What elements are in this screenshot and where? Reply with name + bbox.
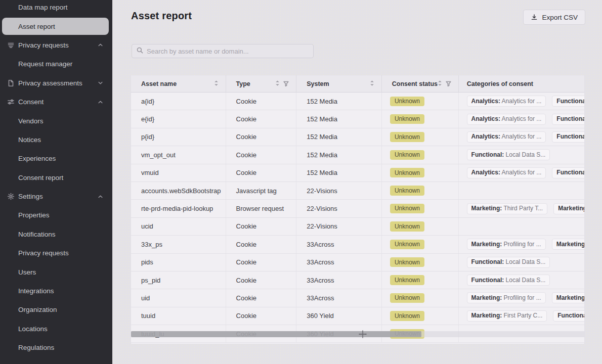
filter-icon[interactable] — [446, 79, 451, 88]
column-header-consent-status[interactable]: Consent status — [382, 75, 459, 92]
consent-category-chip: Functional: Local Data S... — [467, 149, 550, 160]
sidebar-item-properties[interactable]: Properties — [0, 206, 112, 224]
sidebar-item-regulations[interactable]: Regulations — [0, 338, 112, 357]
search-input[interactable] — [147, 48, 309, 55]
sidebar-item-asset-report[interactable]: Asset report — [0, 17, 112, 35]
consent-status-badge: Unknown — [390, 204, 424, 213]
sidebar-item-privacy-requests[interactable]: Privacy requests — [0, 36, 112, 55]
sort-icon[interactable] — [438, 79, 442, 88]
cell-categories-of-consent — [459, 218, 584, 235]
sidebar-item-privacy-assessments[interactable]: Privacy assessments — [0, 74, 112, 93]
sidebar-item-privacy-requests[interactable]: Privacy requests — [0, 244, 112, 262]
sidebar-item-experiences[interactable]: Experiences — [0, 149, 112, 168]
sidebar-item-notices[interactable]: Notices — [0, 130, 112, 149]
sidebar-item-integrations[interactable]: Integrations — [0, 282, 112, 300]
consent-status-badge: Unknown — [390, 186, 424, 195]
sort-icon[interactable] — [370, 79, 374, 88]
export-csv-label: Export CSV — [542, 14, 578, 21]
table-row[interactable]: vm_opt_outCookie152 MediaUnknownFunction… — [131, 146, 584, 164]
sidebar-item-label: Locations — [0, 325, 48, 333]
sidebar-item-label: Vendors — [0, 117, 44, 125]
cell-categories-of-consent: Marketing: Profiling for ...Marketing: L — [459, 236, 584, 253]
table-row[interactable]: ps_pidCookie33AcrossUnknownFunctional: L… — [131, 271, 584, 289]
table-row[interactable]: a{id}Cookie152 MediaUnknownAnalytics: An… — [131, 93, 584, 110]
cell-asset-name: pids — [131, 254, 226, 271]
consent-category-chip: Marketing: First Party C... — [467, 310, 547, 322]
main-content: Asset report Export CSV Asset nameTypeSy… — [112, 0, 602, 364]
sidebar-item-vendors[interactable]: Vendors — [0, 111, 112, 130]
column-header-icons — [370, 79, 374, 88]
sidebar-item-organization[interactable]: Organization — [0, 300, 112, 319]
cell-consent-status: Unknown — [382, 146, 459, 163]
cell-system: 152 Media — [296, 93, 382, 110]
cell-consent-status: Unknown — [382, 307, 459, 325]
chevron-up-icon[interactable] — [98, 99, 103, 105]
column-header-type[interactable]: Type — [226, 75, 297, 92]
chevron-down-icon[interactable] — [98, 80, 103, 86]
sidebar-item-label: Notices — [0, 136, 41, 144]
cell-asset-name: p{id} — [131, 128, 226, 146]
cell-asset-name: e{id} — [131, 110, 226, 127]
consent-status-badge: Unknown — [390, 132, 424, 142]
sidebar-item-notifications[interactable]: Notifications — [0, 225, 112, 244]
column-header-system[interactable]: System — [296, 75, 382, 92]
cell-system: 152 Media — [296, 110, 382, 127]
table-row[interactable]: ucidCookie22-VisionsUnknown — [131, 218, 584, 236]
consent-category-chip: Functional: L — [553, 310, 584, 322]
table-row[interactable]: p{id}Cookie152 MediaUnknownAnalytics: An… — [131, 128, 584, 146]
cell-system: 33Across — [296, 271, 382, 289]
consent-status-badge: Unknown — [390, 311, 424, 321]
sidebar-item-locations[interactable]: Locations — [0, 320, 112, 338]
cell-system: 360 Yield — [296, 307, 382, 325]
table-row[interactable]: uidCookie33AcrossUnknownMarketing: Profi… — [131, 289, 584, 307]
consent-status-badge: Unknown — [390, 150, 424, 160]
table-row[interactable]: 33x_psCookie33AcrossUnknownMarketing: Pr… — [131, 236, 584, 253]
cell-categories-of-consent: Analytics: Analytics for ...Functional: … — [459, 164, 584, 181]
sidebar-item-label: Notifications — [0, 231, 56, 238]
scrollbar-thumb[interactable] — [131, 331, 421, 337]
column-header-icons — [214, 79, 219, 88]
cell-consent-status: Unknown — [382, 236, 459, 253]
cell-system: 22-Visions — [296, 200, 382, 217]
sidebar-item-label: Users — [0, 268, 36, 276]
table-row[interactable]: tuuidCookie360 YieldUnknownMarketing: Fi… — [131, 307, 584, 325]
sidebar-item-settings[interactable]: Settings — [0, 187, 112, 206]
sidebar-item-consent[interactable]: Consent — [0, 93, 112, 111]
sidebar-item-consent-report[interactable]: Consent report — [0, 168, 112, 187]
consent-icon — [7, 98, 18, 106]
chevron-up-icon[interactable] — [98, 42, 103, 48]
cell-consent-status: Unknown — [382, 93, 459, 110]
cell-consent-status: Unknown — [382, 254, 459, 271]
consent-category-chip: Marketing: Profiling for ... — [467, 292, 546, 303]
cell-system: 22-Visions — [296, 218, 382, 235]
consent-status-badge: Unknown — [390, 97, 424, 106]
sidebar-item-request-manager[interactable]: Request manager — [0, 55, 112, 73]
cell-system: 152 Media — [296, 128, 382, 146]
column-header-asset-name[interactable]: Asset name — [131, 75, 226, 92]
sidebar-item-label: Organization — [0, 306, 57, 313]
sidebar-item-data-map-report[interactable]: Data map report — [0, 0, 112, 17]
cell-type: Javascript tag — [226, 182, 297, 199]
table-row[interactable]: accounts.webSdkBootstrapJavascript tag22… — [131, 182, 584, 200]
sidebar-item-users[interactable]: Users — [0, 262, 112, 281]
sort-icon[interactable] — [275, 79, 280, 88]
table-row[interactable]: e{id}Cookie152 MediaUnknownAnalytics: An… — [131, 110, 584, 128]
sort-icon[interactable] — [214, 79, 219, 88]
table-row[interactable]: pidsCookie33AcrossUnknownFunctional: Loc… — [131, 254, 584, 271]
cell-categories-of-consent: Functional: Local Data S... — [459, 271, 584, 289]
search-box — [132, 44, 314, 58]
chevron-up-icon[interactable] — [98, 194, 103, 199]
export-csv-button[interactable]: Export CSV — [523, 10, 585, 25]
table-row[interactable]: vmuidCookie152 MediaUnknownAnalytics: An… — [131, 164, 584, 182]
table-row[interactable]: rte-prd-media-pid-lookupBrowser request2… — [131, 200, 584, 217]
cell-type: Cookie — [226, 164, 297, 181]
cell-system: 152 Media — [296, 164, 382, 181]
consent-status-badge: Unknown — [390, 221, 424, 231]
cell-categories-of-consent: Analytics: Analytics for ...Functional: … — [459, 93, 584, 110]
sidebar-item-label: Regulations — [0, 344, 54, 351]
cell-asset-name: tuuid — [131, 307, 226, 325]
cell-type: Cookie — [226, 93, 297, 110]
column-header-categories-of-consent: Categories of consent — [459, 75, 584, 92]
filter-icon[interactable] — [283, 79, 289, 88]
consent-category-chip: Functional: L — [552, 114, 584, 125]
